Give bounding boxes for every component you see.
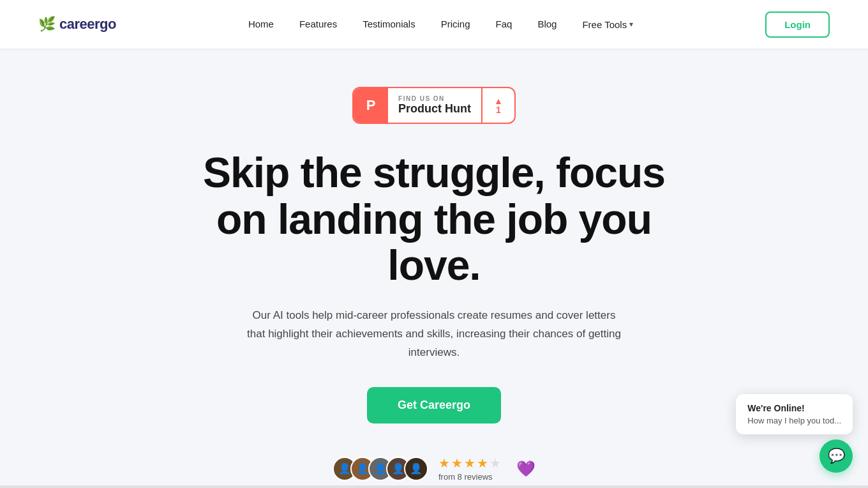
- avatar: 👤: [404, 457, 428, 481]
- chat-bubble: We're Online! How may I help you tod...: [736, 394, 853, 434]
- star-icon-1: ★: [438, 455, 450, 471]
- reviews-info: ★ ★ ★ ★ ★ from 8 reviews: [438, 455, 501, 482]
- ph-middle: FIND US ON Product Hunt: [388, 90, 481, 121]
- ph-upvote-arrow-icon: ▲: [494, 96, 503, 105]
- chat-widget: We're Online! How may I help you tod... …: [736, 394, 853, 473]
- star-rating: ★ ★ ★ ★ ★: [438, 455, 501, 471]
- star-icon-4: ★: [477, 455, 488, 471]
- hero-subtext: Our AI tools help mid-career professiona…: [243, 307, 625, 362]
- nav-item-home[interactable]: Home: [248, 19, 274, 30]
- nav-item-blog[interactable]: Blog: [537, 19, 557, 30]
- nav-links: Home Features Testimonials Pricing Faq B…: [248, 19, 633, 30]
- nav-item-features[interactable]: Features: [299, 19, 337, 30]
- product-hunt-badge[interactable]: P FIND US ON Product Hunt ▲ 1: [352, 87, 516, 124]
- nav-item-testimonials[interactable]: Testimonials: [363, 19, 415, 30]
- chevron-down-icon: ▾: [629, 20, 633, 29]
- star-icon-3: ★: [464, 455, 475, 471]
- nav-item-free-tools[interactable]: Free Tools ▾: [582, 19, 633, 30]
- chat-icon: 💬: [828, 448, 845, 464]
- nav-item-pricing[interactable]: Pricing: [441, 19, 470, 30]
- reviews-count-text: from 8 reviews: [438, 472, 493, 482]
- chat-open-button[interactable]: 💬: [819, 439, 853, 473]
- hero-heading: Skip the struggle, focus on landing the …: [179, 149, 689, 289]
- navbar: 🌿 careergo Home Features Testimonials Pr…: [0, 0, 868, 49]
- cta-button[interactable]: Get Careergo: [367, 387, 501, 423]
- reviewer-avatars: 👤 👤 👤 👤 👤: [333, 457, 428, 481]
- chat-online-label: We're Online!: [747, 403, 841, 413]
- reviews-row: 👤 👤 👤 👤 👤 ★ ★ ★ ★ ★ from 8 reviews 💜: [333, 455, 535, 482]
- scroll-progress-bar: [0, 485, 868, 488]
- heart-icon: 💜: [516, 460, 535, 478]
- ph-name-label: Product Hunt: [398, 102, 471, 116]
- login-button[interactable]: Login: [765, 11, 830, 38]
- logo[interactable]: 🌿 careergo: [38, 16, 116, 33]
- ph-vote-section: ▲ 1: [481, 88, 514, 123]
- star-icon-5: ★: [490, 455, 501, 471]
- logo-leaf-icon: 🌿: [38, 16, 56, 33]
- logo-text: careergo: [59, 16, 116, 33]
- ph-find-label: FIND US ON: [398, 95, 445, 102]
- ph-vote-count: 1: [496, 105, 501, 114]
- chat-message-preview: How may I help you tod...: [747, 416, 841, 425]
- star-icon-2: ★: [451, 455, 463, 471]
- ph-logo-bg: P: [354, 88, 388, 123]
- nav-item-faq[interactable]: Faq: [496, 19, 513, 30]
- ph-logo-letter: P: [366, 97, 376, 114]
